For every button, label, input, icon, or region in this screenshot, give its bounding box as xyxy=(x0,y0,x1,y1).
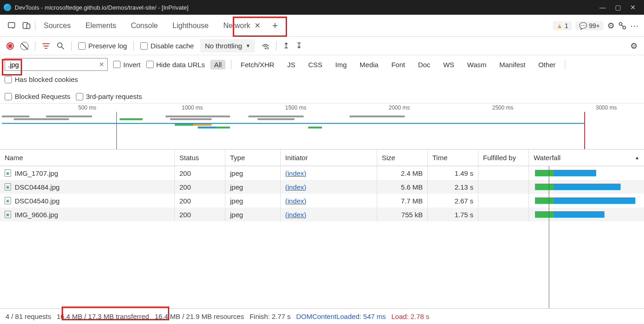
invert-checkbox[interactable]: Invert xyxy=(113,61,141,69)
filter-type-fetch[interactable]: Fetch/XHR xyxy=(237,60,278,69)
filter-type-doc[interactable]: Doc xyxy=(414,60,434,69)
filter-type-manifest[interactable]: Manifest xyxy=(496,60,529,69)
cell-initiator[interactable]: (index) xyxy=(285,197,306,205)
overview-tick: 1000 ms xyxy=(182,104,203,111)
requests-table: Name Status Type Initiator Size Time Ful… xyxy=(0,150,644,310)
clear-button[interactable] xyxy=(20,42,29,50)
preserve-log-checkbox[interactable]: Preserve log xyxy=(78,42,127,50)
clear-filter-icon[interactable]: ✕ xyxy=(99,61,104,68)
issues-badge[interactable]: 💬99+ xyxy=(575,21,604,30)
network-settings-icon[interactable]: ⚙ xyxy=(630,41,638,51)
filter-type-media[interactable]: Media xyxy=(356,60,382,69)
has-blocked-cookies-checkbox[interactable]: Has blocked cookies xyxy=(5,75,78,83)
filter-bar: ✕ Invert Hide data URLs All Fetch/XHR JS… xyxy=(0,55,644,104)
filter-type-ws[interactable]: WS xyxy=(439,60,458,69)
col-size[interactable]: Size xyxy=(377,150,428,166)
col-name[interactable]: Name xyxy=(0,150,175,166)
close-tab-icon[interactable]: ✕ xyxy=(254,22,260,29)
maximize-button[interactable]: ▢ xyxy=(615,4,621,11)
filter-input[interactable]: ✕ xyxy=(5,58,108,71)
cell-initiator[interactable]: (index) xyxy=(285,169,306,177)
dock-icon[interactable] xyxy=(618,22,627,30)
filter-type-img[interactable]: Img xyxy=(332,60,351,69)
cell-fulfilled xyxy=(478,166,529,180)
network-conditions-icon[interactable] xyxy=(261,42,270,50)
cell-name: IMG_1707.jpg xyxy=(15,169,58,177)
main-tabs: Sources Elements Console Lighthouse Netw… xyxy=(0,15,644,37)
col-initiator[interactable]: Initiator xyxy=(281,150,377,166)
filter-type-css[interactable]: CSS xyxy=(305,60,326,69)
cell-size: 2.4 MB xyxy=(377,166,428,180)
table-row[interactable]: ▣IMG_9606.jpg200jpeg(index)755 kB1.75 s xyxy=(0,208,644,221)
cell-fulfilled xyxy=(478,194,529,208)
filter-icon[interactable] xyxy=(42,42,50,50)
tab-lighthouse[interactable]: Lighthouse xyxy=(166,20,215,32)
cell-type: jpeg xyxy=(225,166,281,180)
cell-size: 5.6 MB xyxy=(377,180,428,194)
filter-type-font[interactable]: Font xyxy=(388,60,409,69)
cell-name: DSC04484.jpg xyxy=(15,183,60,191)
tab-console[interactable]: Console xyxy=(124,20,164,32)
settings-icon[interactable]: ⚙ xyxy=(607,21,615,31)
minimize-button[interactable]: — xyxy=(599,4,606,11)
third-party-checkbox[interactable]: 3rd-party requests xyxy=(76,93,142,100)
file-icon: ▣ xyxy=(5,197,11,204)
blocked-requests-checkbox[interactable]: Blocked Requests xyxy=(5,93,70,100)
table-row[interactable]: ▣DSC04484.jpg200jpeg(index)5.6 MB2.13 s xyxy=(0,180,644,194)
tab-sources[interactable]: Sources xyxy=(37,20,77,32)
table-row[interactable]: ▣DSC04540.jpg200jpeg(index)7.7 MB2.67 s xyxy=(0,194,644,208)
col-time[interactable]: Time xyxy=(428,150,478,166)
cell-waterfall xyxy=(529,194,644,208)
filter-type-other[interactable]: Other xyxy=(535,60,559,69)
col-fulfilled[interactable]: Fulfilled by xyxy=(478,150,529,166)
cell-time: 2.67 s xyxy=(428,194,478,208)
add-tab-icon[interactable]: + xyxy=(269,19,282,32)
tab-network[interactable]: Network ✕ xyxy=(217,19,267,32)
warnings-badge[interactable]: ▲1 xyxy=(553,21,572,30)
col-type[interactable]: Type xyxy=(225,150,281,166)
svg-rect-0 xyxy=(8,23,15,28)
inspect-icon[interactable] xyxy=(6,19,18,32)
svg-point-7 xyxy=(267,47,269,49)
disable-cache-checkbox[interactable]: Disable cache xyxy=(140,42,194,50)
svg-rect-2 xyxy=(27,24,30,29)
tab-elements[interactable]: Elements xyxy=(79,20,123,32)
hide-data-urls-checkbox[interactable]: Hide data URLs xyxy=(146,61,205,69)
table-row[interactable]: ▣IMG_1707.jpg200jpeg(index)2.4 MB1.49 s xyxy=(0,166,644,180)
filter-type-wasm[interactable]: Wasm xyxy=(464,60,490,69)
record-button[interactable] xyxy=(6,42,14,50)
table-header: Name Status Type Initiator Size Time Ful… xyxy=(0,150,644,166)
cell-name: DSC04540.jpg xyxy=(15,197,60,205)
col-waterfall[interactable]: Waterfall▲ xyxy=(529,150,644,166)
cell-fulfilled xyxy=(478,208,529,221)
more-icon[interactable]: ⋯ xyxy=(630,21,638,31)
cell-initiator[interactable]: (index) xyxy=(285,211,306,219)
status-transferred: 16.4 MB / 17.3 MB transferred xyxy=(57,312,149,320)
status-dcl: DOMContentLoaded: 547 ms xyxy=(296,312,386,320)
col-status[interactable]: Status xyxy=(175,150,225,166)
import-har-icon[interactable]: ↧ xyxy=(296,41,302,51)
filter-text-field[interactable] xyxy=(8,61,91,69)
cell-fulfilled xyxy=(478,180,529,194)
cell-time: 1.49 s xyxy=(428,166,478,180)
cell-initiator[interactable]: (index) xyxy=(285,183,306,191)
status-finish: Finish: 2.77 s xyxy=(249,312,290,320)
cell-status: 200 xyxy=(175,194,225,208)
sort-indicator-icon: ▲ xyxy=(635,155,639,160)
cell-waterfall xyxy=(529,180,644,194)
throttling-select[interactable]: No throttling▼ xyxy=(200,39,255,52)
cell-type: jpeg xyxy=(225,208,281,221)
status-requests: 4 / 81 requests xyxy=(6,312,51,320)
device-icon[interactable] xyxy=(20,19,33,32)
export-har-icon[interactable]: ↥ xyxy=(283,41,289,51)
file-icon: ▣ xyxy=(5,183,11,191)
filter-type-all[interactable]: All xyxy=(210,60,225,69)
search-icon[interactable] xyxy=(57,42,65,50)
overview-tick: 2500 ms xyxy=(492,104,513,111)
cell-type: jpeg xyxy=(225,180,281,194)
filter-type-js[interactable]: JS xyxy=(283,60,299,69)
close-button[interactable]: ✕ xyxy=(630,4,636,11)
file-icon: ▣ xyxy=(5,211,11,218)
timeline-overview[interactable]: 500 ms1000 ms1500 ms2000 ms2500 ms3000 m… xyxy=(0,104,644,150)
cell-time: 1.75 s xyxy=(428,208,478,221)
